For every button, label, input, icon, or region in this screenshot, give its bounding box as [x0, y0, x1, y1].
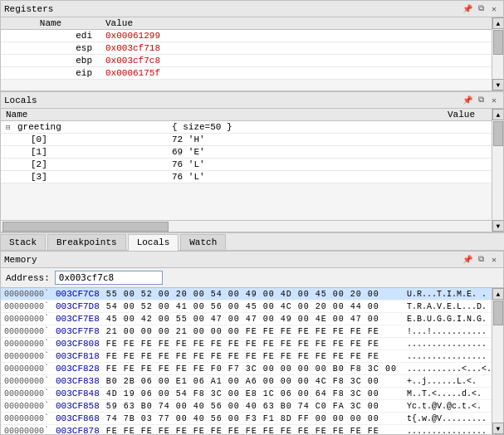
memory-scroll-up[interactable]: ▲ — [492, 288, 504, 300]
table-row: 00000000` 003CF7F8 21 00 00 00 21 00 00 … — [1, 325, 492, 338]
registers-title: Registers — [4, 4, 53, 14]
mem-ascii: +..j......L.<. — [400, 375, 492, 388]
locals-pin-icon[interactable]: 📌 — [462, 95, 473, 106]
locals-col-value: Value — [167, 109, 492, 121]
locals-close-icon[interactable]: ✕ — [488, 95, 500, 106]
registers-table-container[interactable]: Name Value edi 0x00061299 esp 0x003cf718… — [1, 17, 492, 90]
locals-scroll-up[interactable]: ▲ — [492, 109, 503, 120]
memory-scroll-track[interactable] — [492, 300, 503, 423]
table-row: [0] 72 'H' — [1, 134, 492, 146]
locals-content: Name Value ⊟greeting { size=50 } [0] 72 … — [1, 109, 492, 232]
memory-header-icons: 📌 ⧉ ✕ — [462, 254, 500, 266]
memory-close-icon[interactable]: ✕ — [488, 254, 500, 266]
memory-body: 00000000` 003CF7C8 55 00 52 00 20 00 54 … — [1, 288, 503, 434]
mem-ascii: E.B.U.G.G.I.N.G. — [400, 313, 492, 325]
tab-breakpoints[interactable]: Breakpoints — [47, 234, 126, 250]
tab-stack[interactable]: Stack — [0, 234, 46, 250]
registers-scroll-track[interactable] — [492, 29, 503, 79]
mem-hex: 55 00 52 00 20 00 54 00 49 00 4D 00 45 0… — [103, 288, 400, 301]
mem-addr-part2: 003CF848 — [52, 388, 103, 400]
table-row: 00000000` 003CF7E8 45 00 42 00 55 00 47 … — [1, 313, 492, 325]
mem-ascii: ................ — [400, 338, 492, 350]
mem-addr-part2: 003CF838 — [52, 375, 103, 388]
memory-title: Memory — [4, 255, 37, 265]
registers-scrollbar[interactable]: ▲ ▼ — [492, 17, 503, 90]
mem-addr-part1: 00000000` — [1, 350, 52, 363]
registers-panel: Registers 📌 ⧉ ✕ Name Value edi 0x0006129… — [0, 0, 504, 91]
locals-hscroll-thumb[interactable] — [2, 222, 169, 232]
registers-popout-icon[interactable]: ⧉ — [475, 3, 487, 15]
memory-scrollbar[interactable]: ▲ ▼ — [492, 288, 503, 434]
reg-value: 0x0006175f — [100, 67, 492, 80]
table-row: ⊟greeting { size=50 } — [1, 121, 492, 134]
locals-table: Name Value ⊟greeting { size=50 } [0] 72 … — [1, 109, 492, 183]
local-value: 72 'H' — [167, 134, 492, 146]
table-row: 00000000` 003CF808 FE FE FE FE FE FE FE … — [1, 338, 492, 350]
mem-ascii: T.R.A.V.E.L...D. — [400, 301, 492, 313]
mem-addr-part1: 00000000` — [1, 413, 52, 425]
memory-scroll-down[interactable]: ▼ — [492, 423, 504, 434]
mem-addr-part1: 00000000` — [1, 325, 52, 338]
mem-ascii: Yc.t.@V.@c.t.<. — [400, 400, 492, 413]
mem-addr-part2: 003CF858 — [52, 400, 103, 413]
memory-address-input[interactable] — [55, 271, 163, 285]
mem-ascii: ...........<...<. — [400, 363, 492, 375]
locals-table-container[interactable]: Name Value ⊟greeting { size=50 } [0] 72 … — [1, 109, 492, 220]
mem-addr-part1: 00000000` — [1, 301, 52, 313]
local-value: 76 'L' — [167, 171, 492, 183]
memory-address-label: Address: — [6, 273, 50, 283]
expand-icon[interactable]: ⊟ — [6, 123, 17, 132]
mem-addr-part1: 00000000` — [1, 313, 52, 325]
registers-body: Name Value edi 0x00061299 esp 0x003cf718… — [1, 17, 503, 90]
locals-scroll-thumb[interactable] — [493, 121, 503, 146]
mem-addr-part1: 00000000` — [1, 400, 52, 413]
mem-hex: 21 00 00 00 21 00 00 00 FE FE FE FE FE F… — [103, 325, 400, 338]
table-row: [1] 69 'E' — [1, 146, 492, 159]
locals-header-icons: 📌 ⧉ ✕ — [462, 95, 500, 106]
mem-addr-part1: 00000000` — [1, 288, 52, 301]
mem-hex: FE FE FE FE FE FE FE FE FE FE FE FE FE F… — [103, 338, 400, 350]
table-row: edi 0x00061299 — [1, 30, 492, 42]
memory-panel: Memory 📌 ⧉ ✕ Address: 00000000` 003CF7C8… — [0, 251, 504, 435]
memory-table-container[interactable]: 00000000` 003CF7C8 55 00 52 00 20 00 54 … — [1, 288, 492, 434]
memory-rows: 00000000` 003CF7C8 55 00 52 00 20 00 54 … — [1, 288, 492, 434]
memory-popout-icon[interactable]: ⧉ — [475, 254, 487, 266]
reg-value: 0x00061299 — [100, 30, 492, 42]
mem-ascii: !...!........... — [400, 325, 492, 338]
registers-rows: edi 0x00061299 esp 0x003cf718 ebp 0x003c… — [1, 30, 492, 80]
locals-body: Name Value ⊟greeting { size=50 } [0] 72 … — [1, 109, 503, 232]
registers-scroll-thumb[interactable] — [493, 30, 503, 55]
registers-close-icon[interactable]: ✕ — [488, 3, 500, 15]
table-row: [2] 76 'L' — [1, 159, 492, 171]
table-row: 00000000` 003CF7D8 54 00 52 00 41 00 56 … — [1, 301, 492, 313]
table-row: eip 0x0006175f — [1, 67, 492, 80]
locals-scrollbar[interactable]: ▲ ▼ — [492, 109, 503, 232]
tab-watch[interactable]: Watch — [180, 234, 226, 250]
locals-hscroll[interactable] — [1, 220, 492, 232]
table-row: 00000000` 003CF818 FE FE FE FE FE FE FE … — [1, 350, 492, 363]
mem-addr-part2: 003CF818 — [52, 350, 103, 363]
table-row: 00000000` 003CF868 74 7B 03 77 00 40 56 … — [1, 413, 492, 425]
mem-addr-part1: 00000000` — [1, 363, 52, 375]
memory-pin-icon[interactable]: 📌 — [462, 254, 473, 266]
registers-col-name: Name — [1, 17, 100, 30]
registers-scroll-down[interactable]: ▼ — [492, 79, 503, 90]
locals-scroll-track[interactable] — [492, 120, 503, 220]
local-value: { size=50 } — [167, 121, 492, 134]
reg-value: 0x003cf718 — [100, 42, 492, 55]
locals-scroll-down[interactable]: ▼ — [492, 220, 503, 232]
mem-addr-part2: 003CF7C8 — [52, 288, 103, 301]
tab-locals[interactable]: Locals — [128, 234, 179, 251]
table-row: 00000000` 003CF848 4D 19 06 00 54 F8 3C … — [1, 388, 492, 400]
memory-scroll-thumb[interactable] — [493, 301, 503, 325]
locals-popout-icon[interactable]: ⧉ — [475, 95, 487, 106]
registers-pin-icon[interactable]: 📌 — [462, 3, 473, 15]
local-value: 69 'E' — [167, 146, 492, 159]
registers-scroll-up[interactable]: ▲ — [492, 17, 503, 29]
mem-ascii: ................ — [400, 425, 492, 435]
registers-header-icons: 📌 ⧉ ✕ — [462, 3, 500, 15]
mem-hex: 54 00 52 00 41 00 56 00 45 00 4C 00 20 0… — [103, 301, 400, 313]
mem-addr-part2: 003CF878 — [52, 425, 103, 435]
table-row: 00000000` 003CF878 FE FE FE FE FE FE FE … — [1, 425, 492, 435]
table-row: 00000000` 003CF838 B0 2B 06 00 E1 06 A1 … — [1, 375, 492, 388]
